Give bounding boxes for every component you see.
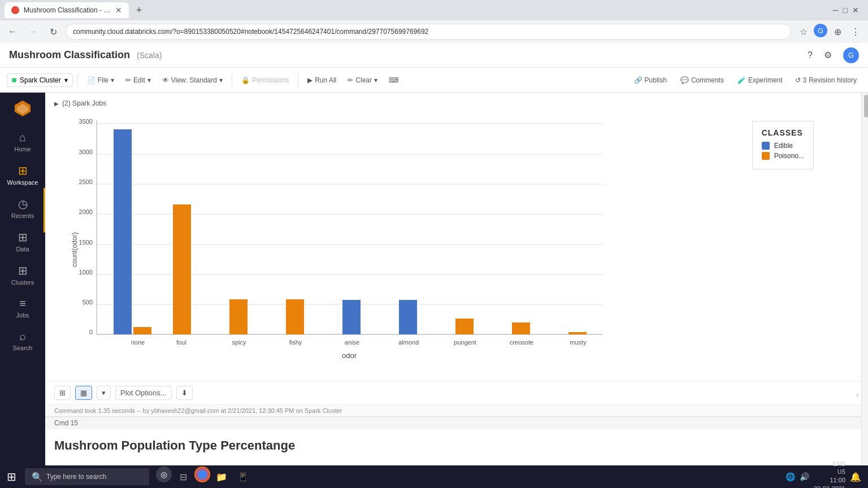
sidebar-workspace-label: Workspace (7, 179, 38, 186)
taskbar-cortana[interactable]: ◎ (156, 467, 172, 482)
permissions-button[interactable]: 🔒 Permissions (237, 74, 293, 86)
chart-type-dropdown[interactable]: ▾ (97, 386, 111, 400)
legend-title: CLASSES (762, 128, 804, 137)
forward-button[interactable]: → (25, 24, 41, 40)
chart-legend: CLASSES Edible Poisono... (752, 121, 814, 169)
run-all-button[interactable]: ▶ Run All (303, 74, 341, 86)
taskbar-chrome[interactable] (194, 467, 210, 482)
help-icon[interactable]: ? (808, 50, 813, 60)
keyboard-button[interactable]: ⌨ (384, 74, 403, 86)
keyboard-icon: ⌨ (389, 76, 398, 84)
profile-button[interactable]: G (814, 24, 827, 37)
chart-wrapper: count(odor) 0 500 1000 1500 2000 2500 30… (54, 110, 859, 376)
browser-titlebar: Mushroom Classification - Datal ✕ + ─ □ … (0, 0, 868, 20)
plot-options-button[interactable]: Plot Options... (115, 386, 172, 400)
sidebar-home-label: Home (14, 146, 31, 152)
extensions-button[interactable]: ⊕ (830, 24, 845, 40)
sidebar-item-data[interactable]: ⊞ Data (2, 226, 43, 257)
run-icon: ▶ (307, 76, 313, 84)
notification-icon[interactable]: 🔔 (850, 472, 861, 482)
maximize-button[interactable]: □ (843, 6, 848, 15)
taskbar-clock[interactable]: ENG US 11:00 22-02-2021 (814, 460, 845, 488)
file-menu-button[interactable]: 📄 File ▾ (83, 74, 119, 86)
user-avatar[interactable]: G (843, 47, 859, 63)
network-icon[interactable]: 🌐 (785, 472, 795, 481)
more-button[interactable]: ⋮ (848, 24, 863, 40)
bookmark-button[interactable]: ☆ (796, 24, 811, 40)
new-tab-button[interactable]: + (131, 2, 147, 18)
back-button[interactable]: ← (5, 24, 20, 40)
sidebar-jobs-label: Jobs (16, 312, 29, 319)
experiment-button[interactable]: 🧪 Experiment (732, 74, 788, 86)
svg-text:none: none (131, 339, 145, 346)
taskbar-task-view[interactable]: ⊟ (173, 467, 193, 487)
revision-button[interactable]: ↺ 3 Revision history (791, 74, 861, 86)
table-view-button[interactable]: ⊞ (54, 386, 71, 400)
spark-jobs-header[interactable]: ▶ (2) Spark Jobs (54, 97, 859, 110)
run-all-label: Run All (315, 76, 336, 84)
taskbar-date-display: 22-02-2021 (814, 485, 845, 488)
view-menu-button[interactable]: 👁 View: Standard ▾ (158, 74, 227, 86)
cluster-selector[interactable]: Spark Cluster ▾ (7, 73, 73, 87)
sidebar-item-jobs[interactable]: ≡ Jobs (2, 293, 43, 323)
toolbar-separator-3 (298, 73, 298, 87)
download-button[interactable]: ⬇ (176, 386, 193, 400)
browser-tab[interactable]: Mushroom Classification - Datal ✕ (5, 2, 129, 18)
edit-menu-button[interactable]: ✏ Edit ▾ (121, 74, 155, 86)
svg-text:anise: anise (345, 339, 359, 346)
sidebar-item-recents[interactable]: ◷ Recents (2, 193, 43, 224)
clear-label: Clear (355, 76, 372, 84)
jobs-icon: ≡ (19, 297, 26, 310)
reload-button[interactable]: ↻ (45, 24, 61, 40)
taskbar-explorer[interactable]: 📁 (211, 467, 232, 487)
home-icon: ⌂ (19, 131, 26, 144)
workspace-icon: ⊞ (18, 164, 28, 177)
tab-favicon (11, 6, 19, 14)
sidebar-item-search[interactable]: ⌕ Search (2, 325, 43, 356)
svg-text:count(odor): count(odor) (71, 232, 79, 267)
svg-text:pungent: pungent (454, 339, 476, 346)
volume-icon[interactable]: 🔊 (800, 472, 809, 481)
sidebar-item-clusters[interactable]: ⊞ Clusters (2, 259, 43, 290)
svg-text:foul: foul (176, 339, 186, 346)
cluster-status-dot (12, 78, 16, 82)
cluster-dropdown-icon: ▾ (64, 76, 68, 84)
scrollbar-thumb[interactable] (864, 95, 868, 117)
svg-text:500: 500 (83, 299, 93, 306)
next-section-title: Mushroom Population Type Percentange (45, 429, 868, 457)
app-container: Mushroom Classification (Scala) ? ⚙ G Sp… (0, 43, 868, 488)
spark-jobs-arrow: ▶ (54, 101, 59, 107)
start-button[interactable]: ⊞ (0, 465, 23, 488)
cmd-label: Cmd 15 (54, 419, 78, 427)
file-icon: 📄 (87, 76, 96, 84)
cmd-indicator: Cmd 15 (45, 416, 868, 429)
tab-close-button[interactable]: ✕ (115, 6, 122, 15)
chart-view-button[interactable]: ▦ (75, 386, 92, 400)
view-dropdown-icon: ▾ (219, 76, 223, 84)
address-bar[interactable]: community.cloud.databricks.com/?o=890153… (66, 24, 791, 40)
resize-handle[interactable]: ⌟ (856, 389, 859, 397)
svg-text:creosote: creosote (510, 339, 533, 346)
bar-spicy-poisonous (229, 299, 248, 334)
taskbar-app5[interactable]: 📱 (233, 467, 253, 487)
app-title: Mushroom Classification (9, 49, 130, 61)
clear-icon: ✏ (348, 76, 353, 84)
bar-anise-edible (342, 300, 361, 334)
sidebar-item-workspace[interactable]: ⊞ Workspace (2, 159, 43, 190)
scrollbar[interactable] (861, 93, 868, 488)
close-button[interactable]: ✕ (852, 6, 859, 15)
tab-title: Mushroom Classification - Datal (24, 6, 111, 14)
settings-icon[interactable]: ⚙ (824, 50, 832, 60)
file-dropdown-icon: ▾ (111, 76, 114, 84)
taskbar-time-display: 11:00 (814, 476, 845, 485)
url-text: community.cloud.databricks.com/?o=890153… (73, 28, 428, 36)
sidebar-recents-label: Recents (11, 212, 34, 219)
comments-button[interactable]: 💬 Comments (675, 74, 730, 86)
taskbar-search-box[interactable]: 🔍 Type here to search (25, 468, 149, 485)
svg-text:almond: almond (398, 339, 419, 346)
clear-button[interactable]: ✏ Clear ▾ (343, 74, 382, 86)
legend-edible-color (762, 142, 770, 150)
publish-button[interactable]: 🔗 Publish (628, 74, 672, 86)
minimize-button[interactable]: ─ (833, 6, 839, 15)
sidebar-item-home[interactable]: ⌂ Home (2, 127, 43, 157)
